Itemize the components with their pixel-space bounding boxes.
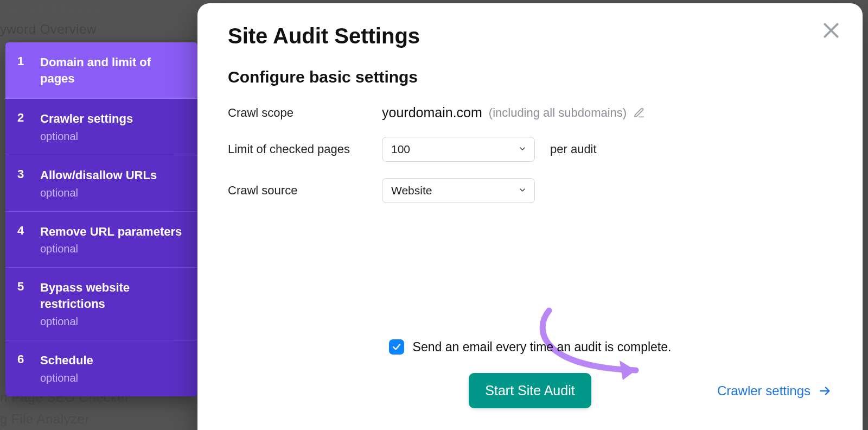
crawl-scope-row: Crawl scope yourdomain.com (including al…	[228, 105, 832, 121]
limit-pages-value: 100	[391, 143, 410, 156]
chevron-down-icon	[518, 184, 527, 197]
step-optional-tag: optional	[40, 372, 186, 384]
step-label: Remove URL parameters	[40, 224, 186, 240]
step-label: Schedule	[40, 352, 186, 369]
wizard-step-allow-disallow[interactable]: 3 Allow/disallow URLs optional	[5, 155, 197, 212]
wizard-step-schedule[interactable]: 6 Schedule optional	[5, 340, 197, 396]
close-icon	[820, 20, 842, 41]
crawler-settings-link-label: Crawler settings	[717, 383, 810, 399]
crawl-scope-hint: (including all subdomains)	[489, 106, 627, 120]
check-icon	[392, 342, 401, 352]
crawl-scope-label: Crawl scope	[228, 106, 382, 120]
step-optional-tag: optional	[40, 130, 186, 143]
step-label: Crawler settings	[40, 111, 186, 127]
limit-pages-suffix: per audit	[550, 142, 597, 156]
wizard-step-domain-limit[interactable]: 1 Domain and limit of pages	[5, 42, 197, 99]
step-optional-tag: optional	[40, 243, 186, 255]
step-number: 3	[17, 167, 40, 199]
modal-footer: Send an email every time an audit is com…	[228, 339, 832, 408]
arrow-right-icon	[818, 385, 832, 397]
crawl-scope-value: yourdomain.com	[382, 105, 482, 121]
step-label: Bypass website restrictions	[40, 280, 186, 312]
limit-pages-row: Limit of checked pages 100 per audit	[228, 137, 832, 162]
step-number: 4	[17, 224, 40, 256]
step-number: 2	[17, 111, 40, 143]
pencil-icon	[633, 107, 645, 119]
step-optional-tag: optional	[40, 187, 186, 199]
bg-text-keyword-research: YWORD RESEARCH	[0, 3, 120, 16]
step-label: Allow/disallow URLs	[40, 167, 186, 184]
crawl-source-row: Crawl source Website	[228, 178, 832, 203]
modal-title: Site Audit Settings	[228, 24, 832, 48]
wizard-step-remove-url-params[interactable]: 4 Remove URL parameters optional	[5, 212, 197, 268]
crawl-source-select[interactable]: Website	[382, 178, 535, 203]
step-number: 6	[17, 352, 40, 384]
wizard-step-crawler-settings[interactable]: 2 Crawler settings optional	[5, 99, 197, 155]
step-optional-tag: optional	[40, 315, 186, 328]
crawl-source-value: Website	[391, 184, 432, 197]
start-site-audit-button[interactable]: Start Site Audit	[469, 373, 591, 408]
chevron-down-icon	[518, 143, 527, 156]
site-audit-settings-modal: Site Audit Settings Configure basic sett…	[197, 3, 863, 430]
wizard-step-bypass-restrictions[interactable]: 5 Bypass website restrictions optional	[5, 268, 197, 340]
modal-subtitle: Configure basic settings	[228, 68, 832, 86]
email-notify-row: Send an email every time an audit is com…	[228, 339, 832, 355]
step-label: Domain and limit of pages	[40, 54, 186, 86]
close-button[interactable]	[820, 20, 842, 41]
limit-pages-label: Limit of checked pages	[228, 142, 382, 156]
edit-crawl-scope-button[interactable]	[633, 107, 645, 119]
crawler-settings-link[interactable]: Crawler settings	[717, 383, 832, 399]
email-notify-checkbox[interactable]	[389, 339, 404, 355]
email-notify-label: Send an email every time an audit is com…	[413, 340, 672, 355]
bg-text-file-analyzer: g File Analyzer	[0, 412, 90, 427]
step-number: 1	[17, 54, 40, 86]
step-number: 5	[17, 280, 40, 327]
wizard-steps-sidebar: 1 Domain and limit of pages 2 Crawler se…	[5, 42, 197, 396]
crawl-source-label: Crawl source	[228, 184, 382, 198]
limit-pages-select[interactable]: 100	[382, 137, 535, 162]
bg-text-keyword-overview: yword Overview	[0, 22, 97, 37]
